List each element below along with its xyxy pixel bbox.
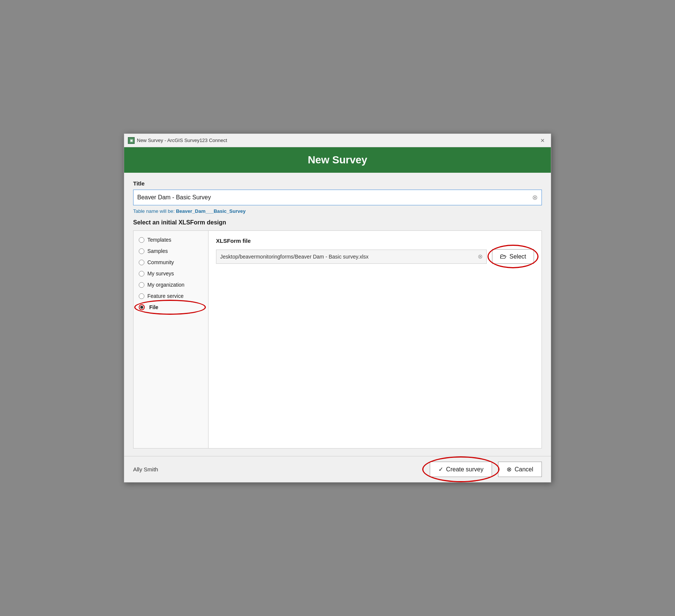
table-name-value: Beaver_Dam___Basic_Survey: [176, 208, 246, 214]
radio-samples-input[interactable]: [139, 248, 144, 254]
radio-feature-service[interactable]: Feature service: [139, 293, 203, 299]
title-label: Title: [133, 180, 542, 187]
file-path-container: Jesktop/beavermonitoringforms/Beaver Dam…: [216, 250, 487, 264]
file-radio-inner: [140, 306, 143, 309]
header-bar: New Survey: [124, 147, 551, 173]
create-survey-label: Create survey: [446, 466, 484, 473]
xlsform-label: XLSForm file: [216, 238, 534, 244]
radio-samples-label: Samples: [147, 248, 168, 254]
file-radio-highlight: [134, 300, 206, 315]
main-window: ▣ New Survey - ArcGIS Survey123 Connect …: [124, 133, 551, 483]
create-survey-wrapper: ✓ Create survey: [430, 462, 492, 477]
content-area: Title ⊗ Table name will be: Beaver_Dam__…: [124, 173, 551, 456]
radio-my-surveys-label: My surveys: [147, 271, 174, 277]
create-survey-button[interactable]: ✓ Create survey: [430, 462, 492, 477]
radio-list: Templates Samples Community My surveys M…: [134, 231, 208, 448]
radio-feature-service-input[interactable]: [139, 293, 144, 299]
user-name: Ally Smith: [133, 466, 158, 472]
radio-my-surveys-input[interactable]: [139, 271, 144, 277]
radio-community[interactable]: Community: [139, 259, 203, 265]
radio-my-organization[interactable]: My organization: [139, 282, 203, 288]
radio-samples[interactable]: Samples: [139, 248, 203, 254]
dialog-title: New Survey: [131, 154, 544, 166]
radio-templates-input[interactable]: [139, 237, 144, 243]
radio-templates[interactable]: Templates: [139, 237, 203, 243]
radio-file-label: File: [149, 304, 158, 310]
window-title: New Survey - ArcGIS Survey123 Connect: [137, 138, 227, 143]
select-button[interactable]: 🗁 Select: [492, 249, 534, 264]
radio-file-row[interactable]: File: [139, 304, 203, 310]
table-name-info: Table name will be: Beaver_Dam___Basic_S…: [133, 208, 542, 214]
radio-my-surveys[interactable]: My surveys: [139, 271, 203, 277]
cancel-label: Cancel: [514, 466, 533, 473]
close-button[interactable]: ✕: [538, 136, 547, 145]
folder-icon: 🗁: [500, 253, 507, 260]
title-bar: ▣ New Survey - ArcGIS Survey123 Connect …: [124, 134, 551, 147]
title-bar-left: ▣ New Survey - ArcGIS Survey123 Connect: [128, 137, 227, 144]
title-clear-icon[interactable]: ⊗: [532, 193, 538, 202]
radio-community-input[interactable]: [139, 260, 144, 265]
file-path-row: Jesktop/beavermonitoringforms/Beaver Dam…: [216, 249, 534, 264]
radio-templates-label: Templates: [147, 237, 171, 243]
design-section-label: Select an initial XLSForm design: [133, 219, 542, 226]
radio-my-organization-input[interactable]: [139, 282, 144, 288]
radio-my-organization-label: My organization: [147, 282, 184, 288]
file-path-text: Jesktop/beavermonitoringforms/Beaver Dam…: [220, 254, 475, 260]
right-panel: XLSForm file Jesktop/beavermonitoringfor…: [208, 231, 542, 448]
select-button-label: Select: [510, 253, 526, 260]
file-radio-circle: [139, 304, 145, 310]
design-area: Templates Samples Community My surveys M…: [133, 230, 542, 449]
footer-bar: Ally Smith ✓ Create survey ⊗ Cancel: [124, 456, 551, 482]
select-button-wrapper: 🗁 Select: [492, 249, 534, 264]
cancel-x-icon: ⊗: [507, 466, 512, 473]
footer-buttons: ✓ Create survey ⊗ Cancel: [430, 462, 542, 477]
title-input-container[interactable]: ⊗: [133, 190, 542, 205]
title-input[interactable]: [137, 194, 532, 201]
radio-feature-service-label: Feature service: [147, 293, 183, 299]
cancel-button[interactable]: ⊗ Cancel: [498, 462, 542, 477]
create-check-icon: ✓: [438, 466, 443, 473]
app-icon: ▣: [128, 137, 135, 144]
radio-community-label: Community: [147, 259, 174, 265]
file-path-clear-icon[interactable]: ⊗: [478, 253, 483, 260]
